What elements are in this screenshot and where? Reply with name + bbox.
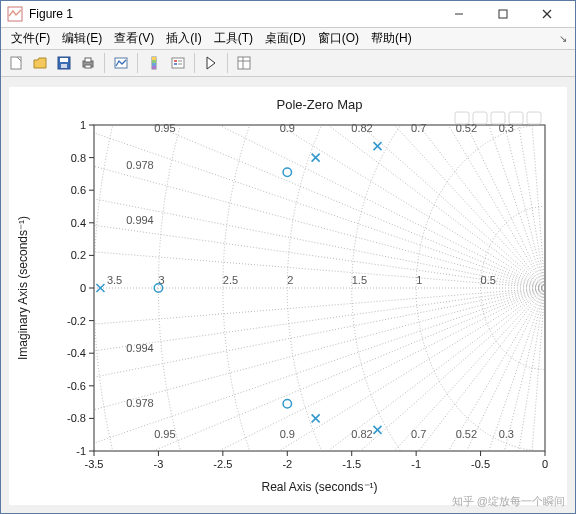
window-title: Figure 1 [29,7,437,21]
menu-window[interactable]: 窗口(O) [312,28,365,49]
svg-text:0.9: 0.9 [280,428,295,440]
svg-text:0.5: 0.5 [481,274,496,286]
svg-text:0.7: 0.7 [411,428,426,440]
svg-text:0.3: 0.3 [499,428,514,440]
pzmap-chart[interactable]: Pole-Zero Map0.950.90.820.70.520.30.950.… [9,87,565,505]
svg-text:Real Axis (seconds⁻¹): Real Axis (seconds⁻¹) [261,480,377,494]
svg-text:0.994: 0.994 [126,342,154,354]
svg-text:1: 1 [80,119,86,131]
svg-text:0.4: 0.4 [71,217,86,229]
svg-text:2.5: 2.5 [223,274,238,286]
svg-text:0.9: 0.9 [280,122,295,134]
svg-text:3.5: 3.5 [107,274,122,286]
svg-text:1.5: 1.5 [352,274,367,286]
menubar: 文件(F) 编辑(E) 查看(V) 插入(I) 工具(T) 桌面(D) 窗口(O… [1,28,575,50]
svg-rect-16 [152,63,156,66]
save-button[interactable] [53,52,75,74]
link-plot-button[interactable] [110,52,132,74]
svg-text:0.52: 0.52 [456,428,477,440]
titlebar: Figure 1 [1,1,575,28]
svg-rect-146 [527,112,541,124]
svg-text:Imaginary Axis (seconds⁻¹): Imaginary Axis (seconds⁻¹) [16,216,30,360]
toolbar-separator [227,53,228,73]
svg-text:-2: -2 [282,458,292,470]
svg-text:2: 2 [287,274,293,286]
svg-rect-11 [85,65,91,68]
menu-edit[interactable]: 编辑(E) [56,28,108,49]
new-figure-button[interactable] [5,52,27,74]
svg-rect-18 [172,58,184,68]
svg-text:0.82: 0.82 [351,122,372,134]
svg-text:0.8: 0.8 [71,152,86,164]
app-icon [7,6,23,22]
svg-text:Pole-Zero Map: Pole-Zero Map [277,97,363,112]
svg-text:-0.2: -0.2 [67,315,86,327]
plot-frame[interactable]: Pole-Zero Map0.950.90.820.70.520.30.950.… [9,87,567,505]
svg-text:0.978: 0.978 [126,159,154,171]
svg-text:0.2: 0.2 [71,249,86,261]
svg-text:0.994: 0.994 [126,214,154,226]
toolbar-separator [104,53,105,73]
svg-text:0.3: 0.3 [499,122,514,134]
insert-colorbar-button[interactable] [143,52,165,74]
svg-text:-1: -1 [76,445,86,457]
plot-area: Pole-Zero Map0.950.90.820.70.520.30.950.… [1,77,575,513]
figure-window: Figure 1 文件(F) 编辑(E) 查看(V) 插入(I) 工具(T) 桌… [0,0,576,514]
edit-plot-button[interactable] [200,52,222,74]
open-button[interactable] [29,52,51,74]
svg-text:-0.5: -0.5 [471,458,490,470]
svg-text:0.95: 0.95 [154,428,175,440]
toolbar [1,50,575,77]
svg-rect-17 [152,66,156,69]
svg-text:0.978: 0.978 [126,397,154,409]
svg-text:-0.8: -0.8 [67,412,86,424]
svg-text:-1: -1 [411,458,421,470]
toolbar-separator [194,53,195,73]
menu-insert[interactable]: 插入(I) [160,28,207,49]
svg-rect-2 [499,10,507,18]
svg-rect-15 [152,60,156,63]
svg-rect-7 [60,58,68,62]
svg-text:0: 0 [80,282,86,294]
svg-text:1: 1 [416,274,422,286]
menu-tools[interactable]: 工具(T) [208,28,259,49]
menu-view[interactable]: 查看(V) [108,28,160,49]
svg-rect-14 [152,57,156,60]
insert-legend-button[interactable] [167,52,189,74]
svg-text:-0.4: -0.4 [67,347,86,359]
print-button[interactable] [77,52,99,74]
dock-icon[interactable]: ↘ [555,33,571,44]
svg-rect-8 [61,64,67,68]
svg-text:-2.5: -2.5 [213,458,232,470]
svg-rect-23 [238,57,250,69]
svg-text:0.95: 0.95 [154,122,175,134]
svg-text:0.6: 0.6 [71,184,86,196]
window-buttons [437,1,569,27]
close-button[interactable] [525,1,569,27]
menu-help[interactable]: 帮助(H) [365,28,418,49]
svg-rect-10 [85,58,91,62]
svg-text:-3.5: -3.5 [85,458,104,470]
menu-desktop[interactable]: 桌面(D) [259,28,312,49]
svg-text:-0.6: -0.6 [67,380,86,392]
svg-text:-1.5: -1.5 [342,458,361,470]
watermark: 知乎 @绽放每一个瞬间 [452,494,565,509]
svg-text:-3: -3 [154,458,164,470]
toolbar-separator [137,53,138,73]
minimize-button[interactable] [437,1,481,27]
property-editor-button[interactable] [233,52,255,74]
svg-text:0.7: 0.7 [411,122,426,134]
menu-file[interactable]: 文件(F) [5,28,56,49]
svg-text:0: 0 [542,458,548,470]
maximize-button[interactable] [481,1,525,27]
svg-text:0.82: 0.82 [351,428,372,440]
